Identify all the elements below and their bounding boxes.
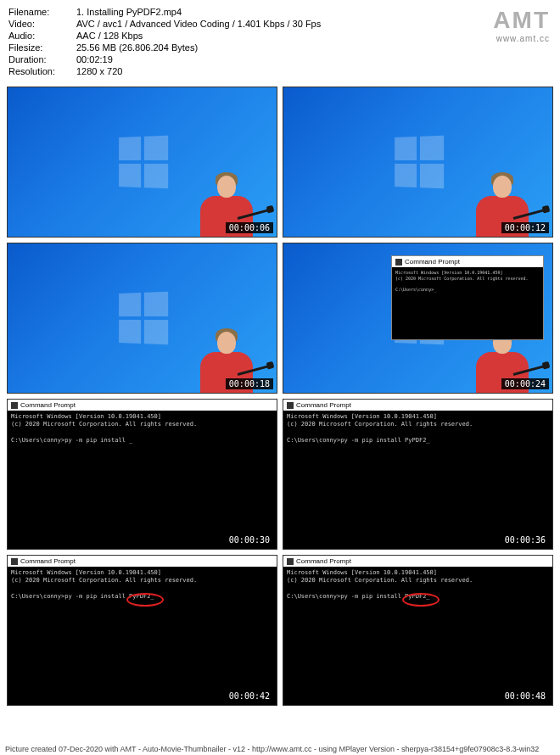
timestamp: 00:00:48	[501, 691, 549, 702]
thumbnail-5: Command Prompt Microsoft Windows [Versio…	[7, 399, 277, 550]
thumbnail-grid: 00:00:06 00:00:12 00:00:18 Command Promp…	[0, 83, 560, 709]
window-title: Command Prompt	[20, 401, 76, 409]
terminal-output: Microsoft Windows [Version 10.0.19041.45…	[8, 567, 277, 604]
thumbnail-2: 00:00:12	[283, 87, 553, 238]
footer-text: Picture created 07-Dec-2020 with AMT - A…	[0, 745, 560, 753]
timestamp: 00:00:06	[226, 222, 273, 233]
thumbnail-8: Command Prompt Microsoft Windows [Versio…	[283, 555, 553, 706]
window-titlebar: Command Prompt	[283, 400, 552, 411]
window-title: Command Prompt	[296, 401, 351, 409]
command-prompt-window: Command Prompt Microsoft Windows [Versio…	[391, 255, 544, 340]
window-titlebar: Command Prompt	[8, 400, 277, 411]
timestamp: 00:00:18	[226, 378, 273, 389]
timestamp: 00:00:24	[501, 378, 549, 389]
cmd-icon	[395, 259, 402, 266]
filesize-value: 25.56 MB (26.806.204 Bytes)	[76, 42, 552, 53]
logo-url: www.amt.cc	[493, 34, 550, 43]
thumbnail-1: 00:00:06	[7, 87, 277, 238]
cmd-icon	[287, 558, 294, 565]
audio-label: Audio:	[8, 31, 76, 41]
filename-value: 1. Installing PyPDF2.mp4	[76, 7, 552, 17]
header: AMT www.amt.cc Filename:1. Installing Py…	[0, 0, 560, 83]
window-titlebar: Command Prompt	[392, 256, 543, 267]
thumbnail-3: 00:00:18	[7, 243, 277, 394]
audio-value: AAC / 128 Kbps	[76, 31, 552, 41]
duration-value: 00:02:19	[76, 54, 552, 64]
cmd-icon	[287, 402, 294, 409]
terminal-output: Microsoft Windows [Version 10.0.19041.45…	[283, 411, 552, 448]
window-title: Command Prompt	[20, 557, 76, 565]
filesize-label: Filesize:	[8, 42, 76, 53]
terminal-output: Microsoft Windows [Version 10.0.19041.45…	[392, 267, 543, 295]
resolution-label: Resolution:	[8, 66, 76, 76]
timestamp: 00:00:36	[501, 534, 549, 545]
logo-text: AMT	[493, 7, 550, 34]
terminal-output: Microsoft Windows [Version 10.0.19041.45…	[8, 411, 277, 448]
timestamp: 00:00:12	[501, 222, 549, 233]
cmd-icon	[11, 558, 18, 565]
cmd-icon	[11, 402, 18, 409]
timestamp: 00:00:42	[226, 691, 273, 702]
terminal-output: Microsoft Windows [Version 10.0.19041.45…	[283, 567, 552, 604]
command-prompt-window: Command Prompt Microsoft Windows [Versio…	[283, 400, 552, 549]
window-titlebar: Command Prompt	[283, 556, 552, 567]
command-prompt-window: Command Prompt Microsoft Windows [Versio…	[8, 556, 277, 705]
video-value: AVC / avc1 / Advanced Video Coding / 1.4…	[76, 19, 552, 29]
timestamp: 00:00:30	[226, 534, 273, 545]
window-title: Command Prompt	[405, 258, 460, 266]
video-label: Video:	[8, 19, 76, 29]
amt-logo: AMT www.amt.cc	[493, 7, 550, 43]
duration-label: Duration:	[8, 54, 76, 64]
filename-label: Filename:	[8, 7, 76, 17]
window-title: Command Prompt	[296, 557, 351, 565]
resolution-value: 1280 x 720	[76, 66, 552, 76]
windows-logo-icon	[117, 137, 168, 187]
windows-logo-icon	[393, 137, 444, 187]
thumbnail-6: Command Prompt Microsoft Windows [Versio…	[283, 399, 553, 550]
command-prompt-window: Command Prompt Microsoft Windows [Versio…	[8, 400, 277, 549]
window-titlebar: Command Prompt	[8, 556, 277, 567]
command-prompt-window: Command Prompt Microsoft Windows [Versio…	[283, 556, 552, 705]
thumbnail-4: Command Prompt Microsoft Windows [Versio…	[283, 243, 553, 394]
windows-logo-icon	[117, 293, 168, 344]
thumbnail-7: Command Prompt Microsoft Windows [Versio…	[7, 555, 277, 706]
